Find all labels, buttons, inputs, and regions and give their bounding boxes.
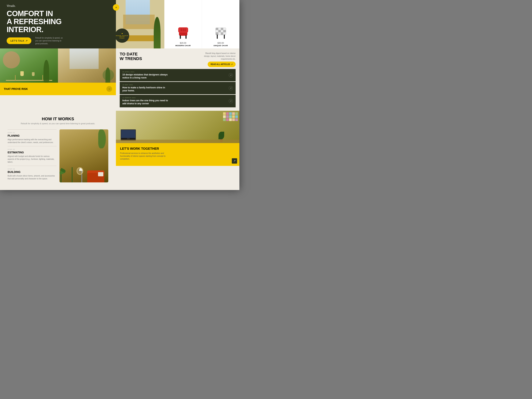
trends-description: Blandit blog digest based on interior de… xyxy=(203,52,236,60)
pin-2 xyxy=(226,112,229,115)
how-it-works-subtitle: Rebuilt for simplicity & speed, so you c… xyxy=(8,122,108,125)
article-item-2[interactable]: 10 MAY 2021 How to make a family heirloo… xyxy=(120,82,236,94)
article-arrow-2: ↗ xyxy=(229,86,233,90)
pin-1 xyxy=(223,112,226,115)
room-plant-decoration xyxy=(154,17,161,48)
workspace-section: LET'S WORK TOGETHER Professional service… xyxy=(116,111,239,188)
room-shelves-decoration xyxy=(123,15,155,29)
svg-rect-21 xyxy=(221,32,223,35)
article-date-1: 05 APRIL 2021 xyxy=(122,71,229,73)
product-item-modern-chair[interactable]: $20.00 MODERN CHAIR xyxy=(164,0,202,48)
feature-arrow-button[interactable]: → xyxy=(106,86,112,92)
step-1-description: Align performance tracking with the over… xyxy=(8,138,57,144)
svg-rect-25 xyxy=(224,35,225,39)
pin-13 xyxy=(229,118,232,121)
monitor-stand xyxy=(127,138,130,139)
pin-7 xyxy=(226,115,229,118)
blog-image-1 xyxy=(0,48,58,83)
pin-9 xyxy=(232,115,235,118)
article-title-1: 10 design mistakes that designers always… xyxy=(122,73,170,79)
hero-subtext: Rebuilt for simplicity & speed, so you c… xyxy=(35,37,64,45)
pin-4 xyxy=(232,112,235,115)
workspace-image xyxy=(116,111,239,143)
svg-rect-13 xyxy=(221,28,223,30)
room-plant-right-decoration xyxy=(105,67,110,83)
step-2-number: STEP 02 xyxy=(8,149,57,150)
article-arrow-1: ↗ xyxy=(229,73,233,77)
trends-header: TO DATE W TRENDS Blandit blog digest bas… xyxy=(120,52,236,67)
table-leg-left xyxy=(15,75,16,81)
lets-talk-button[interactable]: LET'S TALK ↗ xyxy=(7,38,31,44)
headline-line3: INTERIOR. xyxy=(7,25,109,33)
steps-column: STEP 01 PLANING Align performance tracki… xyxy=(8,129,57,182)
read-all-articles-button[interactable]: READ ALL ARTICLES ↗ xyxy=(208,62,236,67)
vase-decoration-1 xyxy=(20,71,24,76)
blog-images-row xyxy=(0,48,116,83)
window-light-decoration xyxy=(70,48,99,69)
article-arrow-3: ↗ xyxy=(229,99,233,103)
products-panel: $20.00 MODERN CHAIR xyxy=(164,0,239,48)
product-price-1: $20.00 xyxy=(180,42,186,44)
vase-decoration-2 xyxy=(32,72,35,76)
product-price-2: $30.00 xyxy=(218,42,224,44)
how-it-works-section: HOW IT WORKS Rebuilt for simplicity & sp… xyxy=(0,111,116,188)
trends-section: TO DATE W TRENDS Blandit blog digest bas… xyxy=(116,48,239,111)
article-date-3: 12 MARCH 2021 xyxy=(122,97,229,99)
article-info-1: 05 APRIL 2021 10 design mistakes that de… xyxy=(122,71,229,79)
how-it-works-grid: STEP 01 PLANING Align performance tracki… xyxy=(8,129,108,182)
work-together-title: LET'S WORK TOGETHER xyxy=(120,147,235,151)
product-item-unique-chair[interactable]: $30.00 UNIQUE CHAIR xyxy=(202,0,239,48)
menu-button[interactable]: ≡ xyxy=(113,4,119,11)
product-name-1: MODERN CHAIR xyxy=(175,45,191,47)
badge-star-icon: ✦ xyxy=(121,32,123,35)
photo-sofa-cushion xyxy=(98,172,103,176)
svg-rect-15 xyxy=(216,30,218,32)
step-3-description: Build with chosen décor items, artwork, … xyxy=(8,174,57,180)
photo-mirror xyxy=(76,167,83,175)
how-it-works-title: HOW IT WORKS xyxy=(8,116,108,121)
lets-talk-arrow-icon: ↗ xyxy=(25,39,28,42)
svg-rect-9 xyxy=(185,35,187,39)
svg-rect-12 xyxy=(218,28,221,30)
step-2: STEP 02 ESTIMATING Aligned with budget a… xyxy=(8,146,57,166)
hero-headline: COMFORT IN A REFRESHING INTERIOR. xyxy=(7,10,109,33)
svg-rect-22 xyxy=(223,32,226,35)
row3: HOW IT WORKS Rebuilt for simplicity & sp… xyxy=(0,111,239,188)
headline-line1: COMFORT IN xyxy=(7,10,109,18)
step-1-number: STEP 01 xyxy=(8,132,57,133)
svg-rect-11 xyxy=(216,28,218,30)
svg-rect-18 xyxy=(223,30,226,32)
work-together-cta: LET'S WORK TOGETHER Professional service… xyxy=(116,143,239,166)
trends-panel: TO DATE W TRENDS Blandit blog digest bas… xyxy=(116,48,239,111)
blog-image-2 xyxy=(58,48,116,83)
read-all-label: READ ALL ARTICLES xyxy=(211,63,230,65)
feature-arrow-icon: → xyxy=(108,87,111,90)
pin-5 xyxy=(235,112,238,115)
article-date-2: 10 MAY 2021 xyxy=(122,84,229,86)
svg-point-5 xyxy=(181,30,182,31)
article-item-3[interactable]: 12 MARCH 2021 Indoor trees are the one t… xyxy=(120,95,236,107)
plant-decoration-large xyxy=(44,60,49,83)
work-together-arrow-button[interactable]: ↗ xyxy=(232,158,237,164)
pin-8 xyxy=(229,115,232,118)
article-title-2: How to make a family heirloom shine in y… xyxy=(122,86,170,92)
svg-rect-8 xyxy=(180,35,181,39)
logo: Virudo. xyxy=(7,4,109,8)
step-1: STEP 01 PLANING Align performance tracki… xyxy=(8,129,57,146)
pin-6 xyxy=(223,115,226,118)
menu-icon: ≡ xyxy=(115,6,117,9)
photo-plant-stem-2 xyxy=(72,167,73,182)
svg-rect-19 xyxy=(216,32,218,35)
svg-point-2 xyxy=(181,28,182,30)
article-item-1[interactable]: 05 APRIL 2021 10 design mistakes that de… xyxy=(120,69,236,81)
pin-14 xyxy=(232,118,235,121)
pin-11 xyxy=(223,118,226,121)
brand-badge: ✦ MODERN INTERIORDESIGNSTUDIO xyxy=(116,28,129,43)
plant-leaves xyxy=(218,132,224,139)
svg-rect-17 xyxy=(221,30,223,32)
step-3-number: STEP 03 xyxy=(8,168,57,170)
pin-3 xyxy=(229,112,232,115)
salmon-circle-decoration xyxy=(3,51,20,68)
hero-panel: Virudo. ≡ COMFORT IN A REFRESHING INTERI… xyxy=(0,0,116,48)
step-2-name: ESTIMATING xyxy=(8,151,57,154)
